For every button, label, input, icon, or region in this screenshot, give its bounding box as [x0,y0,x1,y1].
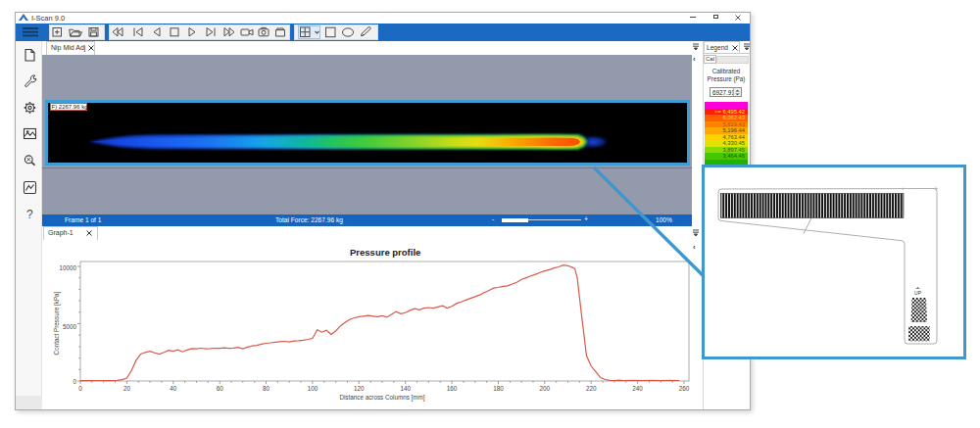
svg-text:200: 200 [540,385,551,392]
svg-text:260: 260 [679,385,690,392]
svg-text:20: 20 [123,385,131,392]
svg-text:240: 240 [632,385,643,392]
svg-text:Contact Pressure [kPa]: Contact Pressure [kPa] [53,291,61,355]
svg-text:0: 0 [78,385,82,392]
svg-text:180: 180 [493,385,504,392]
svg-text:40: 40 [170,385,177,392]
svg-text:220: 220 [586,385,597,392]
svg-text:10000: 10000 [59,264,76,271]
svg-text:?: ? [26,208,33,221]
svg-text:80: 80 [263,385,270,392]
svg-text:120: 120 [354,385,365,392]
svg-text:140: 140 [400,385,411,392]
svg-text:0: 0 [73,378,76,385]
svg-text:5000: 5000 [63,323,77,330]
svg-text:100: 100 [308,385,318,392]
svg-text:Distance across Columns [mm]: Distance across Columns [mm] [339,394,424,402]
svg-text:160: 160 [447,385,458,392]
svg-text:UP: UP [914,290,922,296]
svg-text:60: 60 [217,385,224,392]
